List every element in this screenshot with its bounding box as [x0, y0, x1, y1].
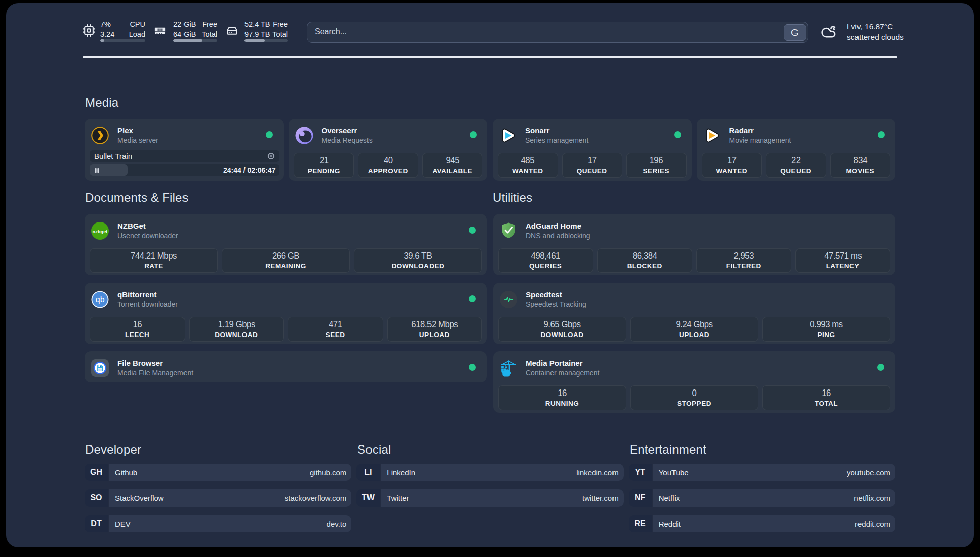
- svg-text:qb: qb: [96, 295, 105, 304]
- svg-text:nzbget: nzbget: [93, 229, 108, 234]
